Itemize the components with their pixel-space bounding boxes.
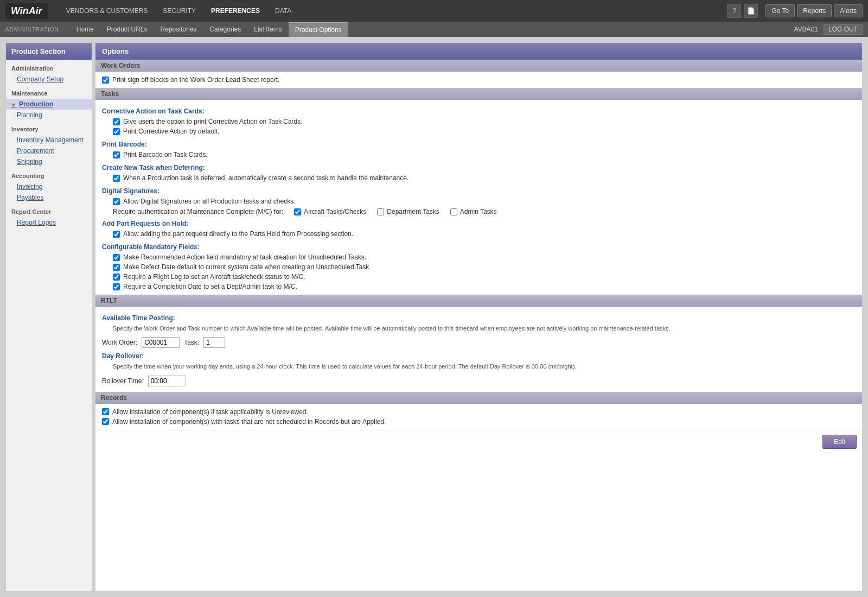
option-cm-recommended: Make Recommended Action field mandatory …	[102, 252, 856, 262]
section-rtlt: RTLT	[95, 295, 862, 307]
sidebar-item-planning[interactable]: Planning	[6, 110, 92, 120]
sidebar-item-procurement[interactable]: Procurement	[6, 145, 92, 156]
sidebar-item-inventory-management[interactable]: Inventory Management	[6, 135, 92, 145]
content-panel: Options Work Orders Print sign off block…	[95, 42, 863, 592]
checkbox-rec-applied[interactable]	[102, 418, 109, 425]
sub-nav-product-urls[interactable]: Product URLs	[100, 22, 154, 37]
work-orders-options: Print sign off blocks on the Work Order …	[95, 72, 862, 88]
tasks-options: Corrective Action on Task Cards: Give us…	[95, 100, 862, 295]
arrow-icon: ►	[11, 101, 17, 107]
available-time-title: Available Time Posting:	[102, 314, 856, 322]
checkbox-cm-completion-date[interactable]	[113, 283, 120, 290]
label-cm-completion-date: Require a Completion Date to set a Dept/…	[123, 283, 297, 290]
sub-nav-repositories[interactable]: Repositories	[154, 22, 203, 37]
sub-nav-home[interactable]: Home	[70, 22, 100, 37]
reports-button[interactable]: Reports	[797, 4, 832, 17]
logo-text: WinAir	[11, 5, 42, 16]
nav-security[interactable]: Security	[155, 0, 203, 22]
sub-nav-list-items[interactable]: List Items	[247, 22, 288, 37]
section-tasks: Tasks	[95, 88, 862, 100]
sidebar-header: Product Section	[6, 43, 92, 60]
sub-nav-right: AVBA01 LOG OUT	[794, 24, 863, 35]
checkbox-cnt-deferred[interactable]	[113, 175, 120, 182]
label-ca-print-default: Print Corrective Action by default.	[123, 128, 219, 135]
sub-nav-categories[interactable]: Categories	[203, 22, 247, 37]
records-options: Allow installation of component(s) if ta…	[95, 404, 862, 430]
label-pb-task-cards: Print Barcode on Task Cards.	[123, 151, 208, 158]
day-rollover-desc: Specify the time when your working day e…	[102, 361, 856, 373]
rollover-time-field-row: Rollover Time:	[102, 376, 856, 386]
sidebar-section-administration: Administration	[6, 60, 92, 74]
label-cm-recommended: Make Recommended Action field mandatory …	[123, 253, 366, 261]
sub-nav-product-options[interactable]: Product Options	[289, 22, 348, 37]
sidebar-section-report-center: Report Center	[6, 203, 92, 217]
label-cm-flight-log: Require a Flight Log to set an Aircraft …	[123, 273, 305, 281]
sidebar-item-payables[interactable]: Payables	[6, 192, 92, 203]
checkbox-ca-give-users[interactable]	[113, 118, 120, 125]
checkbox-cm-recommended[interactable]	[113, 254, 120, 261]
goto-button[interactable]: Go To	[765, 4, 795, 17]
auth-admin-item: Admin Tasks	[450, 208, 497, 215]
add-part-title: Add Part Requests on Hold:	[102, 220, 856, 227]
main-content: Product Section Administration Company S…	[0, 37, 868, 597]
option-cm-completion-date: Require a Completion Date to set a Dept/…	[102, 282, 856, 291]
rollover-time-label: Rollover Time:	[102, 377, 144, 385]
option-ap-allow: Allow adding the part request directly t…	[102, 229, 856, 239]
sidebar-section-maintenance: Maintenance	[6, 85, 92, 99]
sidebar-item-shipping[interactable]: Shipping	[6, 156, 92, 167]
label-rec-applied: Allow installation of component(s) with …	[112, 418, 386, 425]
work-order-field-row: Work Order: Task:	[102, 337, 856, 348]
corrective-action-title: Corrective Action on Task Cards:	[102, 107, 856, 115]
label-rec-unreviewed: Allow installation of component(s) if ta…	[112, 408, 308, 416]
print-barcode-title: Print Barcode:	[102, 141, 856, 148]
work-order-input[interactable]	[142, 337, 180, 348]
content-header: Options	[95, 43, 862, 60]
checkbox-cm-flight-log[interactable]	[113, 274, 120, 281]
auth-requirements: Require authentication at Maintenance Co…	[102, 208, 856, 215]
sidebar-item-company-setup[interactable]: Company Setup	[6, 74, 92, 85]
checkbox-auth-aircraft[interactable]	[294, 208, 301, 215]
sidebar-section-inventory: Inventory	[6, 120, 92, 135]
checkbox-ca-print-default[interactable]	[113, 128, 120, 135]
checkbox-rec-unreviewed[interactable]	[102, 408, 109, 415]
label-ca-give-users: Give users the option to print Correctiv…	[123, 118, 303, 125]
sidebar-item-invoicing[interactable]: Invoicing	[6, 181, 92, 192]
nav-vendors[interactable]: Vendors & Customers	[59, 0, 155, 22]
option-cnt-deferred: When a Production task is deferred, auto…	[102, 173, 856, 183]
sub-navigation: Administration Home Product URLs Reposit…	[0, 22, 868, 37]
auth-department-item: Department Tasks	[377, 208, 439, 215]
checkbox-ds-allow[interactable]	[113, 198, 120, 205]
option-cm-defect-date: Make Defect Date default to current syst…	[102, 262, 856, 272]
rtlt-options: Available Time Posting: Specify the Work…	[95, 307, 862, 392]
option-pb-task-cards: Print Barcode on Task Cards.	[102, 150, 856, 160]
sidebar-item-production-label: Production	[19, 100, 53, 108]
help-icon[interactable]: ?	[727, 4, 741, 18]
app-logo: WinAir	[5, 3, 48, 19]
sidebar-section-accounting: Accounting	[6, 167, 92, 181]
rollover-time-input[interactable]	[148, 376, 186, 386]
configurable-title: Configurable Mandatory Fields:	[102, 243, 856, 251]
top-navigation: WinAir Vendors & Customers Security Pref…	[0, 0, 868, 22]
sidebar-item-report-logos[interactable]: Report Logos	[6, 217, 92, 228]
checkbox-pb-task-cards[interactable]	[113, 151, 120, 158]
alerts-button[interactable]: Alerts	[834, 4, 863, 17]
label-ap-allow: Allow adding the part request directly t…	[123, 230, 353, 238]
sidebar-item-production[interactable]: ► Production	[6, 99, 92, 110]
checkbox-wo-print-sign-off[interactable]	[102, 77, 109, 84]
edit-button[interactable]: Edit	[822, 435, 857, 449]
document-icon[interactable]: 📄	[744, 4, 758, 18]
nav-preferences[interactable]: Preferences	[203, 0, 267, 22]
edit-button-row: Edit	[95, 430, 862, 453]
checkbox-auth-admin[interactable]	[450, 208, 457, 215]
logout-button[interactable]: LOG OUT	[824, 24, 863, 35]
auth-aircraft-item: Aircraft Tasks/Checks	[294, 208, 366, 215]
checkbox-auth-department[interactable]	[377, 208, 384, 215]
top-nav-icons: ? 📄	[727, 4, 758, 18]
checkbox-cm-defect-date[interactable]	[113, 264, 120, 271]
checkbox-ap-allow[interactable]	[113, 231, 120, 238]
options-area: Work Orders Print sign off blocks on the…	[95, 60, 862, 453]
nav-data[interactable]: Data	[267, 0, 299, 22]
label-cnt-deferred: When a Production task is deferred, auto…	[123, 174, 409, 182]
task-input[interactable]	[203, 337, 225, 348]
option-rec-unreviewed: Allow installation of component(s) if ta…	[102, 407, 856, 417]
